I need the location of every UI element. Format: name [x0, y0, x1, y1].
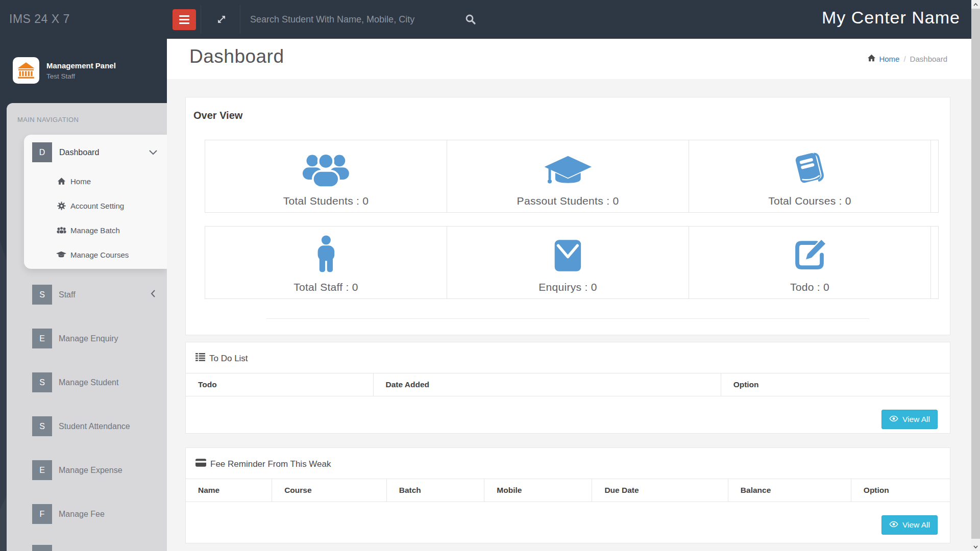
topbar-divider	[201, 5, 201, 34]
chevron-left-icon	[151, 289, 156, 300]
stat-row-1: Total Students : 0	[205, 140, 939, 213]
credit-card-icon	[195, 459, 206, 469]
stat-cell-partial	[931, 140, 938, 212]
book-icon	[790, 148, 829, 188]
stat-enquirys: Enquirys : 0	[447, 227, 689, 298]
sidebar-item-manage-enquiry[interactable]: E Manage Enquiry	[32, 329, 163, 348]
fee-panel-header: Fee Reminder From This Weak	[186, 448, 950, 479]
sidebar-item-label: Student Attendance	[59, 422, 130, 431]
column-header-balance: Balance	[728, 479, 851, 502]
home-icon	[867, 54, 876, 63]
sidebar-subitem-label: Account Setting	[70, 202, 124, 210]
item-badge: F	[32, 504, 52, 524]
stat-row-2: Total Staff : 0 Enquirys : 0	[205, 226, 939, 299]
scroll-up-button[interactable]	[971, 0, 980, 9]
hamburger-icon	[179, 15, 189, 17]
sidebar-item-label: Dashboard	[59, 148, 99, 157]
column-header-todo: Todo	[186, 373, 374, 396]
breadcrumb-home-label: Home	[879, 55, 899, 63]
todo-panel-title: To Do List	[209, 354, 248, 364]
column-header-course: Course	[272, 479, 387, 502]
search-button[interactable]	[464, 13, 477, 26]
ims-dashboard: IMS 24 X 7	[0, 0, 980, 551]
item-badge: S	[32, 285, 52, 305]
column-header-batch: Batch	[387, 479, 485, 502]
todo-panel-header: To Do List	[186, 342, 950, 373]
column-header-due-date: Due Date	[592, 479, 728, 502]
sidebar-subitem-label: Manage Courses	[70, 251, 129, 259]
overview-panel: Over View	[185, 97, 950, 335]
center-name: My Center Name	[822, 8, 960, 28]
todo-table-header: Todo Date Added Option	[186, 373, 950, 396]
institute-logo-icon	[13, 57, 39, 84]
envelope-icon	[554, 234, 582, 274]
eye-icon	[889, 415, 898, 424]
sidebar-item-staff[interactable]: S Staff	[32, 285, 163, 305]
home-icon	[56, 177, 66, 185]
sidebar-subitem-label: Home	[70, 177, 91, 186]
sidebar-subitem-manage-courses[interactable]: Manage Courses	[24, 242, 167, 267]
fee-view-all-button[interactable]: View All	[881, 515, 938, 535]
dashboard-submenu: Home	[24, 169, 167, 267]
profile-title: Management Panel	[46, 61, 116, 70]
profile-subtitle: Test Staff	[46, 72, 116, 80]
nav-section-label: MAIN NAVIGATION	[17, 116, 79, 123]
edit-icon	[791, 234, 829, 274]
graduation-cap-icon	[56, 251, 66, 258]
stat-label: Total Students : 0	[283, 195, 369, 207]
sidebar: Management Panel Test Staff MAIN NAVIGAT…	[0, 39, 167, 551]
sidebar-item-label: Manage Student	[59, 378, 118, 387]
users-icon	[56, 227, 66, 234]
sidebar-subitem-account-setting[interactable]: Account Setting	[24, 193, 167, 218]
sidebar-item-manage-expense[interactable]: E Manage Expense	[32, 460, 163, 480]
scrollbar-thumb[interactable]	[971, 9, 980, 539]
item-badge: E	[32, 329, 52, 348]
todo-view-all-button[interactable]: View All	[881, 410, 938, 429]
column-header-date-added: Date Added	[374, 373, 721, 396]
content: Over View	[167, 79, 971, 543]
scroll-down-button[interactable]	[971, 542, 980, 551]
topbar-divider	[240, 5, 240, 34]
sidebar-item-partial[interactable]	[32, 545, 52, 551]
dashboard-badge: D	[32, 142, 52, 162]
sidebar-toggle-button[interactable]	[173, 9, 196, 30]
fullscreen-toggle-button[interactable]	[216, 14, 227, 24]
vertical-scrollbar[interactable]	[971, 0, 980, 551]
sidebar-profile: Management Panel Test Staff	[13, 57, 116, 84]
view-all-label: View All	[902, 415, 930, 424]
sidebar-item-manage-student[interactable]: S Manage Student	[32, 372, 163, 392]
search-input[interactable]	[250, 9, 454, 30]
stat-label: Passout Students : 0	[517, 195, 619, 207]
users-icon	[302, 148, 350, 188]
stat-todo: Todo : 0	[689, 227, 931, 298]
breadcrumb-separator: /	[899, 55, 910, 63]
breadcrumb-home-link[interactable]: Home	[867, 54, 899, 63]
column-header-option: Option	[851, 479, 950, 502]
main-area: Dashboard Home / Dashboard Over View	[167, 39, 971, 551]
sidebar-item-student-attendance[interactable]: S Student Attendance	[32, 416, 163, 436]
stat-label: Enquirys : 0	[538, 281, 597, 293]
search-icon	[464, 18, 477, 27]
sidebar-subitem-home[interactable]: Home	[24, 169, 167, 193]
breadcrumb-current: Dashboard	[910, 55, 947, 63]
stat-label: Todo : 0	[790, 281, 829, 293]
sidebar-subitem-label: Manage Batch	[70, 226, 120, 235]
item-badge: E	[32, 460, 52, 480]
stat-passout-students: Passout Students : 0	[447, 140, 689, 212]
sidebar-item-label: Manage Expense	[59, 466, 122, 475]
page-title: Dashboard	[189, 46, 284, 67]
list-icon	[195, 353, 205, 364]
view-all-label: View All	[902, 520, 930, 530]
fee-panel-title: Fee Reminder From This Weak	[210, 459, 331, 469]
sidebar-item-manage-fee[interactable]: F Manage Fee	[32, 504, 163, 524]
sidebar-subitem-manage-batch[interactable]: Manage Batch	[24, 218, 167, 242]
fee-panel-footer: View All	[186, 502, 950, 543]
stat-label: Total Courses : 0	[768, 195, 851, 207]
stat-total-courses: Total Courses : 0	[689, 140, 931, 212]
stat-cell-partial	[931, 227, 938, 298]
sidebar-item-label: Manage Fee	[59, 510, 105, 519]
graduation-cap-icon	[543, 148, 594, 188]
chevron-down-icon	[149, 148, 158, 157]
fee-reminder-panel: Fee Reminder From This Weak Name Course …	[185, 447, 950, 543]
sidebar-item-dashboard[interactable]: D Dashboard	[32, 142, 162, 162]
